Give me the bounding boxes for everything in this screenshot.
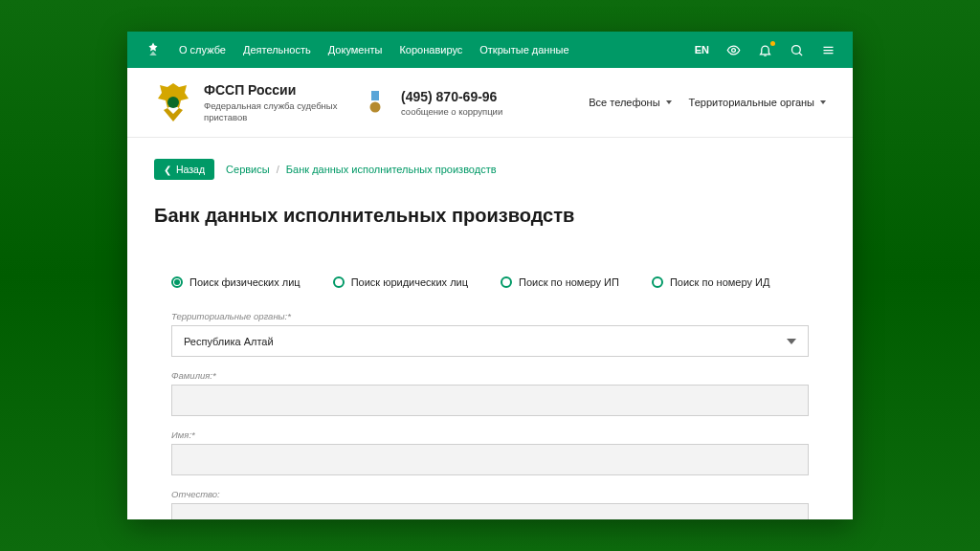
lastname-field: Фамилия:*: [171, 370, 809, 416]
territory-field: Территориальные органы:* Республика Алта…: [171, 311, 809, 357]
search-icon[interactable]: [790, 43, 804, 57]
radio-icon: [333, 276, 345, 288]
top-actions: EN: [695, 43, 835, 57]
field-label: Имя:*: [171, 430, 809, 440]
breadcrumb: Сервисы / Банк данных исполнительных про…: [226, 164, 496, 175]
field-label: Отчество:: [171, 489, 809, 499]
top-bar: О службе Деятельность Документы Коронави…: [127, 32, 853, 68]
nav-item[interactable]: Документы: [328, 44, 383, 55]
all-phones-dropdown[interactable]: Все телефоны: [589, 97, 671, 108]
back-button[interactable]: ❮ Назад: [154, 159, 214, 180]
svg-point-4: [370, 102, 381, 113]
select-value: Республика Алтай: [184, 336, 274, 347]
org-title: ФССП России: [204, 82, 347, 98]
tab-legal-entities[interactable]: Поиск юридических лиц: [333, 276, 468, 288]
page-card: О службе Деятельность Документы Коронави…: [127, 32, 853, 519]
nav-item[interactable]: Открытые данные: [479, 44, 568, 55]
svg-point-1: [792, 45, 801, 54]
radio-label: Поиск по номеру ИД: [670, 276, 769, 288]
nav-item[interactable]: Деятельность: [243, 44, 311, 55]
chevron-down-icon: [666, 100, 672, 104]
firstname-field: Имя:*: [171, 430, 809, 475]
org-subtitle: Федеральная служба судебных приставов: [204, 100, 347, 123]
patronymic-field: Отчество:: [171, 489, 809, 519]
lastname-input-wrap: [171, 385, 809, 416]
search-type-tabs: Поиск физических лиц Поиск юридических л…: [171, 276, 809, 288]
svg-point-2: [167, 97, 179, 108]
svg-point-0: [732, 48, 736, 52]
crumb-row: ❮ Назад Сервисы / Банк данных исполнител…: [154, 159, 826, 180]
patronymic-input-wrap: [171, 503, 809, 519]
back-label: Назад: [176, 164, 205, 175]
emblem-icon: [145, 41, 162, 58]
org-name: ФССП России Федеральная служба судебных …: [204, 82, 347, 123]
radio-label: Поиск юридических лиц: [351, 276, 468, 288]
phone-hint: сообщение о коррупции: [401, 106, 502, 117]
radio-icon: [171, 276, 183, 288]
tab-ip-number[interactable]: Поиск по номеру ИП: [501, 276, 619, 288]
territory-select[interactable]: Республика Алтай: [171, 325, 809, 357]
crumb-current: Банк данных исполнительных производств: [286, 164, 497, 175]
tab-individuals[interactable]: Поиск физических лиц: [171, 276, 301, 288]
radio-icon: [501, 276, 512, 288]
nav-links: О службе Деятельность Документы Коронави…: [179, 44, 569, 55]
phone-block: (495) 870-69-96 сообщение о коррупции: [401, 89, 502, 117]
firstname-input-wrap: [171, 444, 809, 475]
svg-rect-3: [371, 91, 379, 100]
lastname-input[interactable]: [184, 395, 796, 407]
lang-switch[interactable]: EN: [695, 44, 709, 55]
crumb-sep: /: [277, 164, 279, 175]
crumb-root[interactable]: Сервисы: [226, 164, 270, 175]
content: ❮ Назад Сервисы / Банк данных исполнител…: [127, 138, 853, 519]
nav-item[interactable]: О службе: [179, 44, 226, 55]
field-label: Территориальные органы:*: [171, 311, 809, 321]
chevron-left-icon: ❮: [164, 165, 171, 175]
header-band: ФССП России Федеральная служба судебных …: [127, 68, 853, 138]
nav-item[interactable]: Коронавирус: [399, 44, 462, 55]
medal-icon: [368, 91, 382, 114]
notification-dot: [770, 41, 775, 46]
firstname-input[interactable]: [184, 454, 796, 466]
radio-label: Поиск физических лиц: [189, 276, 301, 288]
dropdown-label: Все телефоны: [589, 97, 659, 108]
tab-id-number[interactable]: Поиск по номеру ИД: [652, 276, 769, 288]
radio-icon: [652, 276, 663, 288]
dropdown-label: Территориальные органы: [689, 97, 814, 108]
form-area: Поиск физических лиц Поиск юридических л…: [154, 276, 826, 519]
accessibility-icon[interactable]: [726, 43, 741, 57]
chevron-down-icon: [820, 100, 826, 104]
coat-of-arms-icon: [154, 81, 192, 123]
menu-icon[interactable]: [821, 43, 835, 57]
bell-icon[interactable]: [758, 43, 772, 57]
phone-number: (495) 870-69-96: [401, 89, 502, 104]
territorial-dropdown[interactable]: Территориальные органы: [689, 97, 826, 108]
page-title: Банк данных исполнительных производств: [154, 205, 826, 227]
field-label: Фамилия:*: [171, 370, 809, 381]
radio-label: Поиск по номеру ИП: [519, 276, 619, 288]
patronymic-input[interactable]: [184, 514, 796, 520]
